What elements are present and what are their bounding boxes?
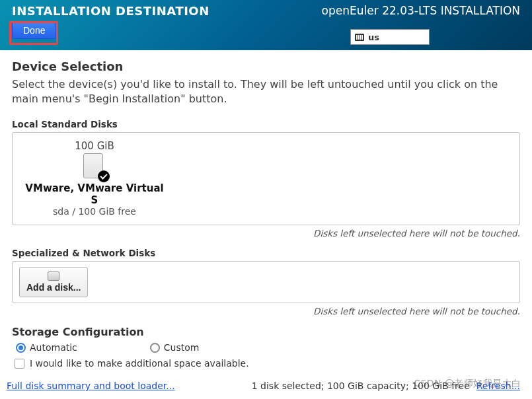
- installer-header: INSTALLATION DESTINATION openEuler 22.03…: [0, 0, 532, 50]
- add-disk-button[interactable]: Add a disk...: [19, 267, 88, 297]
- refresh-link[interactable]: Refresh...: [476, 381, 520, 391]
- network-disks-heading: Specialized & Network Disks: [12, 248, 520, 258]
- free-space-checkbox[interactable]: I would like to make additional space av…: [15, 358, 520, 369]
- disk-item[interactable]: 100 GiB VMware, VMware Virtual S sda / 1…: [22, 140, 167, 217]
- done-button[interactable]: Done: [12, 22, 56, 39]
- footer-status: 1 disk selected; 100 GiB capacity; 100 G…: [252, 381, 470, 391]
- disk-size: 100 GiB: [75, 140, 114, 152]
- keyboard-icon: [355, 34, 364, 41]
- radio-label: Automatic: [30, 342, 77, 353]
- storage-config-heading: Storage Configuration: [12, 326, 520, 338]
- disk-plus-icon: [48, 272, 59, 281]
- device-selection-heading: Device Selection: [12, 59, 520, 73]
- radio-icon: [16, 343, 26, 353]
- radio-label: Custom: [164, 342, 200, 353]
- radio-custom[interactable]: Custom: [150, 342, 200, 353]
- disk-summary-link[interactable]: Full disk summary and boot loader...: [7, 381, 175, 391]
- network-disks-pane: Add a disk...: [12, 261, 520, 303]
- distro-title: openEuler 22.03-LTS INSTALLATION: [322, 4, 520, 17]
- keyboard-layout-label: us: [368, 32, 379, 42]
- page-title: INSTALLATION DESTINATION: [12, 4, 209, 18]
- check-icon: [98, 170, 110, 182]
- free-space-label: I would like to make additional space av…: [30, 358, 249, 369]
- local-disks-heading: Local Standard Disks: [12, 119, 520, 129]
- local-disks-hint: Disks left unselected here will not be t…: [12, 228, 520, 238]
- footer-bar: Full disk summary and boot loader... 1 d…: [0, 375, 532, 399]
- device-selection-intro: Select the device(s) you'd like to insta…: [12, 77, 520, 106]
- keyboard-layout-selector[interactable]: us: [350, 29, 430, 45]
- disk-name: VMware, VMware Virtual S: [22, 182, 167, 206]
- add-disk-label: Add a disk...: [26, 282, 81, 293]
- checkbox-icon: [15, 359, 24, 369]
- disk-subinfo: sda / 100 GiB free: [53, 206, 136, 217]
- local-disks-pane: 100 GiB VMware, VMware Virtual S sda / 1…: [12, 132, 520, 225]
- network-disks-hint: Disks left unselected here will not be t…: [12, 306, 520, 316]
- radio-automatic[interactable]: Automatic: [16, 342, 77, 353]
- radio-icon: [150, 343, 160, 353]
